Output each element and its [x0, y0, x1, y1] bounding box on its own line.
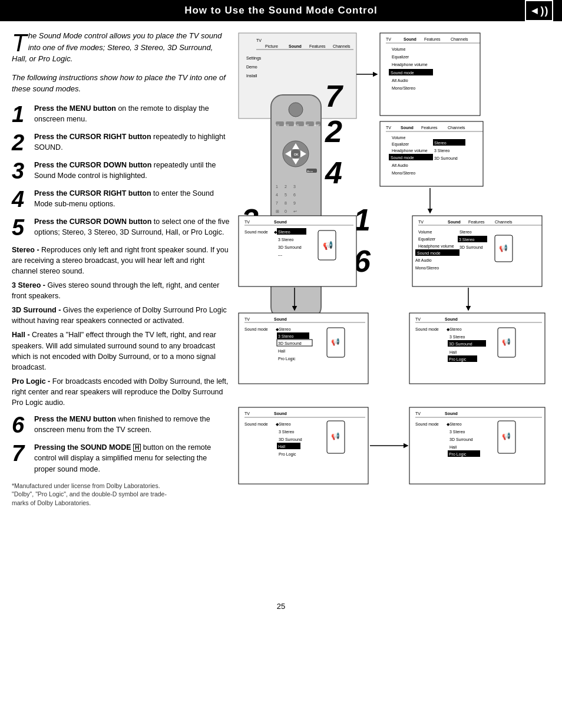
svg-text:Headphone volume: Headphone volume	[392, 149, 428, 153]
svg-text:Picture: Picture	[265, 44, 278, 48]
svg-text:3 Stereo: 3 Stereo	[434, 149, 450, 153]
page-number: 25	[0, 602, 562, 617]
svg-text:📢: 📢	[331, 431, 340, 440]
svg-text:Equalizer: Equalizer	[392, 142, 409, 147]
svg-text:Sound mode: Sound mode	[415, 327, 439, 331]
3dsurround-desc: 3D Surround - Gives the experience of Do…	[12, 305, 230, 326]
svg-text:Sound: Sound	[274, 317, 287, 321]
svg-text:Sound mode: Sound mode	[391, 156, 414, 160]
step-6-content: Press the MENU button when finished to r…	[34, 414, 230, 435]
intro-text-2: The following instructions show how to p…	[12, 73, 226, 94]
svg-text:3 Stereo: 3 Stereo	[449, 335, 465, 339]
svg-text:Stereo: Stereo	[279, 422, 291, 426]
step-7-number: 7	[12, 442, 28, 465]
svg-text:Sound: Sound	[448, 220, 461, 224]
svg-text:Channels: Channels	[495, 220, 513, 224]
step-3-content: Press the CURSOR DOWN button repeatedly …	[34, 160, 230, 181]
svg-text:Features: Features	[468, 220, 485, 224]
3stereo-term: 3 Stereo -	[12, 281, 45, 289]
svg-text:1: 1	[276, 185, 278, 189]
svg-text:Sound: Sound	[404, 37, 416, 41]
svg-text:Features: Features	[309, 44, 326, 48]
svg-text:TV: TV	[244, 411, 250, 416]
step-3-number: 3	[12, 160, 28, 182]
svg-text:Sound: Sound	[445, 317, 458, 321]
svg-text:AMP: AMP	[315, 124, 320, 127]
svg-text:Sound mode: Sound mode	[244, 422, 268, 426]
main-diagram-svg: TV Picture Sound Features Channels Setti…	[236, 30, 548, 590]
svg-text:Mono/Stereo: Mono/Stereo	[392, 86, 415, 90]
svg-text:3D Surround: 3D Surround	[449, 342, 472, 346]
svg-text:Sound mode: Sound mode	[417, 251, 441, 255]
step-5-number: 5	[12, 216, 28, 239]
svg-text:6: 6	[293, 193, 296, 197]
mode-descriptions: Stereo - Reproduces only left and right …	[12, 245, 230, 409]
svg-text:5: 5	[285, 193, 287, 197]
svg-text:3D Surround: 3D Surround	[449, 437, 473, 442]
svg-text:3 Stereo: 3 Stereo	[278, 238, 294, 242]
svg-text:Sound: Sound	[445, 411, 458, 416]
step-7: 7 Pressing the SOUND MODE H button on th…	[12, 442, 230, 474]
svg-text:2: 2	[325, 114, 342, 149]
svg-text:Sound: Sound	[401, 126, 414, 130]
svg-text:TV: TV	[386, 37, 391, 41]
svg-text:Sound mode: Sound mode	[415, 422, 439, 426]
svg-text:Channels: Channels	[448, 126, 465, 130]
svg-text:Pro Logic: Pro Logic	[449, 357, 467, 362]
3stereo-desc: 3 Stereo - Gives stereo sound through th…	[12, 280, 230, 301]
step-5-title: Press the CURSOR DOWN button	[34, 218, 151, 226]
svg-text:3 Stereo: 3 Stereo	[278, 334, 294, 338]
svg-rect-126	[239, 313, 368, 384]
hall-term: Hall -	[12, 331, 30, 339]
svg-text:4: 4	[276, 193, 278, 197]
step-1: 1 Press the MENU button on the remote to…	[12, 103, 230, 126]
svg-text:⊞: ⊞	[276, 209, 279, 213]
svg-rect-156	[239, 407, 368, 484]
svg-text:Sound: Sound	[274, 220, 287, 224]
svg-text:Channels: Channels	[333, 44, 351, 48]
main-container: T he Sound Mode control allows you to pl…	[0, 21, 562, 599]
diagram-area: TV Picture Sound Features Channels Setti…	[236, 30, 550, 590]
step-3-title: Press the CURSOR DOWN button	[34, 161, 151, 169]
svg-text:Sound: Sound	[274, 411, 287, 416]
svg-text:Sound mode: Sound mode	[391, 71, 414, 75]
svg-rect-92	[239, 216, 356, 286]
step-6-title: Press the MENU button	[34, 415, 116, 423]
step-1-title: Press the MENU button	[34, 104, 116, 113]
svg-text:Headphone volume: Headphone volume	[392, 62, 428, 67]
step-1-number: 1	[12, 103, 28, 126]
svg-rect-141	[409, 313, 545, 384]
svg-text:3 Stereo: 3 Stereo	[459, 238, 475, 242]
stereo-term: Stereo -	[12, 246, 39, 254]
hall-text: Creates a "Hall" effect through the TV l…	[12, 331, 216, 371]
svg-text:3D Surround: 3D Surround	[278, 341, 302, 345]
svg-text:Features: Features	[424, 37, 441, 41]
svg-text:TV: TV	[415, 411, 421, 416]
svg-text:Sound mode: Sound mode	[244, 230, 268, 234]
svg-text:8: 8	[285, 201, 287, 205]
steps-list: 1 Press the MENU button on the remote to…	[12, 103, 230, 475]
svg-text:---: ---	[278, 253, 283, 257]
svg-text:7: 7	[325, 79, 343, 113]
step-2-content: Press the CURSOR RIGHT button repeatedly…	[34, 131, 230, 153]
svg-text:SAT: SAT	[305, 124, 309, 127]
step-6-number: 6	[12, 414, 28, 436]
step-5-content: Press the CURSOR DOWN button to select o…	[34, 216, 230, 238]
svg-text:CHl: CHl	[275, 124, 279, 127]
svg-text:3 Stereo: 3 Stereo	[279, 430, 295, 434]
svg-text:Pro Logic: Pro Logic	[449, 452, 467, 457]
svg-text:3D Surround: 3D Surround	[434, 156, 458, 160]
svg-text:Volume: Volume	[418, 230, 432, 234]
svg-text:Mono/Stereo: Mono/Stereo	[415, 266, 439, 270]
prologic-desc: Pro Logic - For broadcasts encoded with …	[12, 376, 230, 408]
svg-text:0: 0	[285, 209, 287, 213]
svg-text:Settings: Settings	[246, 56, 262, 61]
svg-text:9: 9	[293, 201, 296, 205]
svg-rect-170	[409, 407, 545, 484]
step-7-content: Pressing the SOUND MODE H button on the …	[34, 442, 230, 474]
step-3: 3 Press the CURSOR DOWN button repeatedl…	[12, 160, 230, 182]
right-column: TV Picture Sound Features Channels Setti…	[236, 30, 550, 590]
svg-text:Mono/Stereo: Mono/Stereo	[392, 171, 415, 175]
svg-text:VCR: VCR	[284, 124, 289, 127]
svg-text:Stereo: Stereo	[449, 327, 462, 331]
